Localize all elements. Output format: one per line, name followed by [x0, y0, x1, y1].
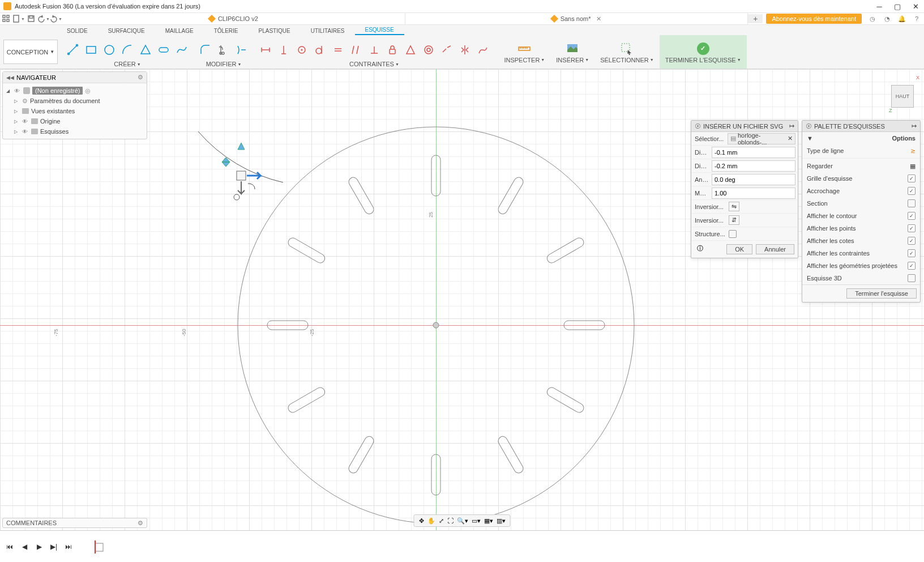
insert-menu[interactable]: INSÉRER▼ — [550, 35, 594, 69]
fillet-tool[interactable] — [198, 42, 213, 57]
ok-button[interactable]: OK — [726, 244, 752, 254]
curvature-constraint[interactable] — [476, 42, 490, 57]
timeline-start[interactable]: ⏮ — [5, 542, 15, 552]
jobs-icon[interactable]: ◔ — [882, 14, 892, 24]
grid-check[interactable]: ✓ — [908, 174, 916, 182]
look-at-button[interactable]: ▦ — [910, 163, 916, 170]
constraints-check[interactable]: ✓ — [908, 249, 916, 257]
symmetry-constraint[interactable] — [457, 42, 472, 57]
orbit-icon[interactable]: ✥ — [419, 517, 424, 525]
cancel-button[interactable]: Annuler — [756, 244, 794, 254]
browser-header[interactable]: ◀◀ NAVIGATEUR ⚙ — [3, 72, 147, 83]
viewcube-face[interactable]: HAUT — [891, 85, 914, 108]
close-button[interactable]: ✕ — [910, 1, 921, 11]
tab-sketch[interactable]: ESQUISSE — [355, 25, 404, 35]
gear-icon[interactable]: ⚙ — [138, 74, 143, 81]
circle-tool[interactable] — [102, 42, 117, 57]
tab-utilities[interactable]: UTILITAIRES — [301, 27, 355, 35]
file-chip[interactable]: ▤horloge-oblonds-...✕ — [728, 133, 795, 144]
visibility-icon[interactable]: 👁 — [22, 118, 29, 125]
finish-sketch-button-2[interactable]: Terminer l'esquisse — [846, 288, 917, 299]
timeline-sketch-feature[interactable] — [94, 542, 104, 552]
maximize-button[interactable]: ▢ — [892, 1, 902, 11]
info-icon[interactable]: ⓘ — [697, 244, 703, 254]
arc-tool[interactable] — [120, 42, 135, 57]
canvas[interactable]: -75 -50 -25 25 — [0, 69, 924, 530]
perpendicular-constraint[interactable] — [367, 42, 382, 57]
sketch3d-check[interactable] — [908, 274, 916, 282]
extend-tool[interactable] — [234, 42, 249, 57]
data-panel-button[interactable] — [0, 12, 12, 25]
workspace-switch[interactable]: CONCEPTION▼ — [3, 40, 58, 64]
close-tab-icon[interactable]: ✕ — [596, 15, 601, 23]
group-label-constraints[interactable]: CONTRAINTES▼ — [349, 61, 399, 67]
notifications-icon[interactable]: 🔔 — [897, 14, 907, 24]
distance-x-input[interactable] — [712, 147, 795, 158]
visibility-icon[interactable]: 👁 — [22, 129, 29, 135]
equal-constraint[interactable] — [331, 42, 345, 57]
options-header[interactable]: ▼ Options — [802, 132, 920, 144]
fix-constraint[interactable] — [385, 42, 400, 57]
slot-tool[interactable] — [156, 42, 171, 57]
group-label-modify[interactable]: MODIFIER▼ — [206, 61, 242, 67]
collapse-icon[interactable]: ◀◀ — [6, 75, 14, 80]
viewport-icon[interactable]: ▥▾ — [497, 517, 506, 525]
tree-item-docparams[interactable]: ▷ ⚙ Paramètres du document — [6, 96, 143, 106]
projected-check[interactable]: ✓ — [908, 262, 916, 270]
coincident-constraint[interactable] — [294, 42, 309, 57]
pan-icon[interactable]: ✋ — [427, 517, 435, 525]
timeline-prev[interactable]: ◀ — [19, 542, 29, 552]
trim-tool[interactable] — [216, 42, 231, 57]
viewcube[interactable]: X HAUT Z — [880, 74, 919, 113]
collinear-constraint[interactable] — [439, 42, 454, 57]
zoom-window-icon[interactable]: 🔍▾ — [457, 517, 468, 525]
horizontal-constraint[interactable] — [258, 42, 273, 57]
points-check[interactable]: ✓ — [908, 224, 916, 232]
document-tab-2[interactable]: Sans nom* ✕ — [405, 12, 748, 25]
timeline-end[interactable]: ⏭ — [63, 542, 74, 552]
timeline-play[interactable]: ▶ — [34, 542, 44, 552]
tree-root[interactable]: ◢👁 (Non enregistré) ◎ — [6, 86, 143, 96]
outline-check[interactable]: ✓ — [908, 212, 916, 220]
display-icon[interactable]: ▭▾ — [472, 517, 481, 525]
select-menu[interactable]: SÉLECTIONNER▼ — [594, 35, 660, 69]
tab-sheetmetal[interactable]: TÔLERIE — [204, 27, 249, 35]
angle-input[interactable] — [712, 174, 795, 185]
extensions-icon[interactable]: ◷ — [867, 14, 878, 24]
undo-button[interactable]: ▼ — [37, 12, 50, 25]
zoom-icon[interactable]: ⤢ — [439, 517, 444, 525]
tangent-constraint[interactable] — [313, 42, 327, 57]
scale-input[interactable] — [712, 188, 795, 199]
panel-header[interactable]: ⦿INSÉRER UN FICHIER SVG↦ — [691, 121, 798, 132]
midpoint-constraint[interactable] — [403, 42, 418, 57]
inspect-menu[interactable]: INSPECTER▼ — [498, 35, 550, 69]
spline-tool[interactable] — [174, 42, 189, 57]
clear-icon[interactable]: ✕ — [788, 135, 793, 142]
tab-solid[interactable]: SOLIDE — [57, 27, 98, 35]
minimize-button[interactable]: ─ — [874, 1, 884, 11]
new-tab-button[interactable]: + — [748, 14, 763, 23]
document-tab-1[interactable]: CLIP6CLIO v2 — [62, 12, 405, 25]
tree-item-origin[interactable]: ▷👁 Origine — [6, 116, 143, 126]
dims-check[interactable]: ✓ — [908, 237, 916, 245]
save-button[interactable] — [25, 12, 37, 25]
finish-sketch-button[interactable]: ✓ TERMINER L'ESQUISSE▼ — [660, 35, 747, 69]
tab-surface[interactable]: SURFACIQUE — [98, 27, 155, 35]
panel-header[interactable]: ⦿PALETTE D'ESQUISSES↦ — [802, 121, 920, 132]
expand-icon[interactable]: ↦ — [789, 122, 794, 130]
group-label-create[interactable]: CRÉER▼ — [114, 61, 140, 67]
timeline-next[interactable]: ▶| — [49, 542, 59, 552]
line-tool[interactable] — [66, 42, 80, 57]
parallel-constraint[interactable] — [349, 42, 363, 57]
linetype-icon[interactable]: ≳ — [910, 147, 916, 155]
distance-y-input[interactable] — [712, 160, 795, 172]
tab-mesh[interactable]: MAILLAGE — [155, 27, 204, 35]
file-menu-button[interactable]: ▼ — [12, 12, 25, 25]
snap-check[interactable]: ✓ — [908, 187, 916, 195]
vertical-constraint[interactable] — [276, 42, 291, 57]
redo-button[interactable]: ▼ — [50, 12, 62, 25]
move-gizmo[interactable] — [215, 137, 272, 205]
flip-v-button[interactable]: ⇵ — [729, 215, 739, 225]
structure-check[interactable] — [729, 230, 737, 238]
subscribe-button[interactable]: Abonnez-vous dès maintenant — [766, 14, 862, 24]
